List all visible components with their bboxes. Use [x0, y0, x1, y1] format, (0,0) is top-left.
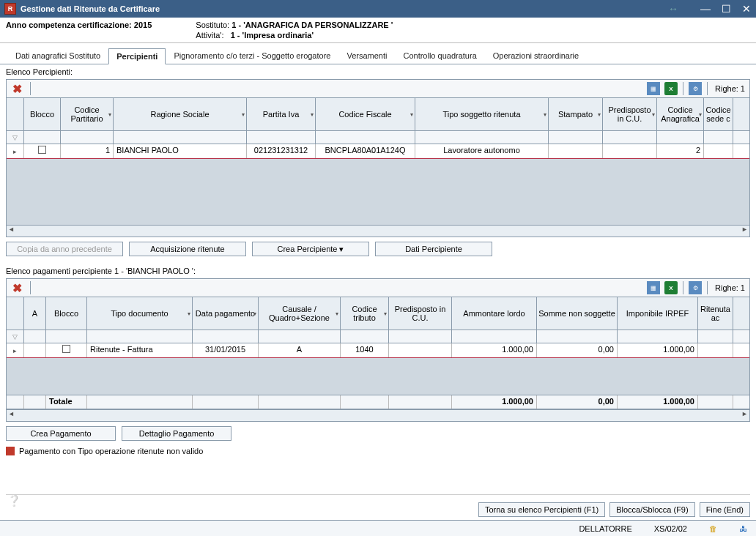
gh-blocco[interactable]: Blocco: [24, 98, 61, 130]
tab-versamenti[interactable]: Versamenti: [338, 48, 395, 64]
statusbar: DELLATORRE XS/02/02 🗑 🖧: [0, 520, 756, 536]
gh2-lordo[interactable]: Ammontare lordo: [452, 297, 537, 330]
gh2-tributo[interactable]: Codice tributo▾: [341, 297, 389, 330]
gh2-blocco[interactable]: Blocco: [46, 297, 87, 330]
sostituto-label: Sostituto:: [196, 21, 229, 29]
copia-button: Copia da anno precedente: [6, 242, 123, 256]
cell-somme: 0,00: [537, 343, 618, 357]
app-icon: R: [4, 3, 16, 15]
blocca-button[interactable]: Blocca/Sblocca (F9): [609, 502, 694, 517]
cell-irpef: 1.000,00: [618, 343, 698, 357]
gh2-tipodoc[interactable]: Tipo documento▾: [87, 297, 193, 330]
gh2-somme[interactable]: Somme non soggette: [537, 297, 618, 330]
cell-tipo: Lavoratore autonomo: [415, 144, 549, 158]
filter-icon[interactable]: ⚙: [689, 82, 702, 95]
excel-icon[interactable]: X: [664, 281, 678, 294]
db-icon[interactable]: 🗑: [709, 524, 717, 533]
close-button[interactable]: ✕: [741, 4, 752, 14]
gh-predisposto[interactable]: Predisposto in C.U.▾: [603, 98, 657, 130]
gh2-causale[interactable]: Causale / Quadro+Sezione▾: [259, 297, 341, 330]
elenco-pagamenti-label: Elenco pagamenti percipiente 1 - 'BIANCH…: [0, 264, 756, 278]
fine-button[interactable]: Fine (End): [700, 502, 750, 517]
gh-stampato[interactable]: Stampato▾: [549, 98, 603, 130]
cell-lordo: 1.000,00: [452, 343, 537, 357]
status-user: DELLATORRE: [579, 524, 631, 533]
sostituto-value: 1 - 'ANAGRAFICA DA PERSONALIZZARE ': [231, 21, 393, 29]
tab-pignoramento[interactable]: Pignoramento c/o terzi - Soggetto erogat…: [166, 48, 338, 64]
cell-tipodoc: Ritenute - Fattura: [87, 343, 193, 357]
gh2-extra[interactable]: Ritenuta ac: [698, 297, 733, 330]
window-title: Gestione dati Ritenute da Certificare: [21, 4, 668, 13]
table-row[interactable]: ▸ Ritenute - Fattura 31/01/2015 A 1040 1…: [7, 343, 749, 358]
anno-value: 2015: [134, 21, 152, 29]
total-row: Totale 1.000,00 0,00 1.000,00: [7, 395, 749, 409]
grid2-toolbar: ✖ ▦ X ⚙ Righe: 1: [6, 278, 750, 297]
gh-anag[interactable]: Codice Anagrafica▾: [657, 98, 704, 130]
gh-indicator: [7, 98, 24, 130]
gh-tipo[interactable]: Tipo soggetto ritenuta▾: [415, 98, 549, 130]
tabs: Dati anagrafici Sostituto Percipienti Pi…: [0, 43, 756, 64]
cell-data: 31/01/2015: [193, 343, 259, 357]
columns-icon[interactable]: ▦: [647, 82, 660, 95]
legend-text: Pagamento con Tipo operazione ritenute n…: [19, 447, 203, 455]
blocco-checkbox[interactable]: [38, 146, 46, 154]
cell-tributo: 1040: [341, 343, 389, 357]
gh-piva[interactable]: Partita Iva▾: [247, 98, 316, 130]
tab-controllo[interactable]: Controllo quadratura: [395, 48, 484, 64]
grid1-toolbar: ✖ ▦ X ⚙ Righe: 1: [6, 79, 750, 98]
delete-icon[interactable]: ✖: [10, 280, 24, 295]
attivita-value: 1 - 'Impresa ordinaria': [231, 31, 314, 40]
blocco-checkbox[interactable]: [62, 345, 70, 353]
gh-partitario[interactable]: Codice Partitario▾: [61, 98, 114, 130]
grid1-righe: Righe: 1: [711, 84, 749, 93]
tab-dati-anagrafici[interactable]: Dati anagrafici Sostituto: [7, 48, 108, 64]
delete-icon[interactable]: ✖: [10, 81, 24, 96]
excel-icon[interactable]: X: [664, 82, 678, 95]
titlebar: R Gestione dati Ritenute da Certificare …: [0, 0, 756, 18]
cell-causale: A: [259, 343, 341, 357]
minimize-button[interactable]: —: [700, 4, 711, 14]
grid2-hscroll[interactable]: [7, 409, 749, 421]
grid1-hscroll[interactable]: [7, 225, 749, 237]
gh2-data[interactable]: Data pagamento▾: [193, 297, 259, 330]
grid2-righe: Righe: 1: [711, 283, 749, 292]
filter-icon-cell[interactable]: ▽: [7, 131, 24, 144]
acquisizione-button[interactable]: Acquisizione ritenute: [129, 242, 246, 256]
tab-percipienti[interactable]: Percipienti: [108, 48, 166, 64]
filter-icon[interactable]: ⚙: [689, 281, 702, 294]
cell-ragione: BIANCHI PAOLO: [114, 144, 247, 158]
maximize-button[interactable]: ☐: [721, 4, 731, 14]
gh2-a[interactable]: A: [24, 297, 46, 330]
network-icon[interactable]: 🖧: [739, 524, 747, 533]
grid2: A Blocco Tipo documento▾ Data pagamento▾…: [6, 297, 750, 422]
torna-button[interactable]: Torna su elenco Percipienti (F1): [478, 502, 605, 517]
gh-ragione[interactable]: Ragione Sociale▾: [114, 98, 247, 130]
gh2-predisposto[interactable]: Predisposto in C.U.: [389, 297, 452, 330]
columns-icon[interactable]: ▦: [647, 281, 660, 294]
grid1: Blocco Codice Partitario▾ Ragione Social…: [6, 98, 750, 237]
gh-extra[interactable]: Codice sede c: [704, 98, 733, 130]
elenco-percipienti-label: Elenco Percipienti:: [0, 64, 756, 79]
anno-label: Anno competenza certificazione:: [6, 21, 132, 29]
table-row[interactable]: ▸ 1 BIANCHI PAOLO 021231231312 BNCPLA80A…: [7, 144, 749, 159]
gh2-irpef[interactable]: Imponibile IRPEF: [618, 297, 698, 330]
legend: Pagamento con Tipo operazione ritenute n…: [6, 447, 750, 455]
cell-piva: 021231231312: [247, 144, 316, 158]
cell-partitario: 1: [61, 144, 114, 158]
cell-cf: BNCPLA80A01A124Q: [316, 144, 415, 158]
dati-percipiente-button[interactable]: Dati Percipiente: [375, 242, 492, 256]
gh-cf[interactable]: Codice Fiscale▾: [316, 98, 415, 130]
dettaglio-pagamento-button[interactable]: Dettaglio Pagamento: [122, 426, 231, 441]
resize-handle-icon[interactable]: ↔: [668, 3, 678, 15]
help-icon[interactable]: ❔: [7, 494, 21, 507]
legend-color-icon: [6, 447, 15, 455]
status-code: XS/02/02: [654, 524, 687, 533]
crea-percipiente-button[interactable]: Crea Percipiente ▾: [252, 242, 369, 256]
cell-anag: 2: [657, 144, 704, 158]
filter-icon-cell[interactable]: ▽: [7, 330, 24, 343]
attivita-label: Attivita':: [196, 31, 223, 40]
crea-pagamento-button[interactable]: Crea Pagamento: [6, 426, 116, 441]
tab-operazioni[interactable]: Operazioni straordinarie: [485, 48, 587, 64]
infobar: Anno competenza certificazione: 2015 Sos…: [0, 18, 756, 43]
